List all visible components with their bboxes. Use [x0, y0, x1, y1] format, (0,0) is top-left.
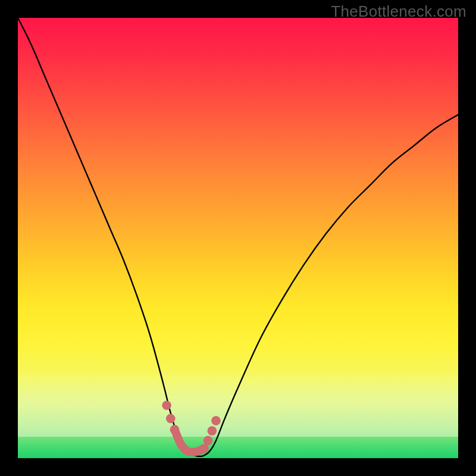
- chart-stage: TheBottleneck.com: [0, 0, 476, 476]
- valley-marker: [166, 414, 176, 424]
- valley-marker: [203, 436, 213, 446]
- valley-marker: [211, 416, 221, 425]
- plot-area: [18, 18, 458, 458]
- watermark-text: TheBottleneck.com: [331, 2, 466, 21]
- valley-marker: [208, 426, 217, 436]
- valley-highlight-markers: [162, 400, 220, 453]
- bottleneck-curve: [18, 18, 458, 456]
- curve-layer: [18, 18, 458, 458]
- valley-marker: [170, 425, 180, 434]
- valley-marker: [199, 444, 209, 453]
- valley-marker: [162, 400, 171, 410]
